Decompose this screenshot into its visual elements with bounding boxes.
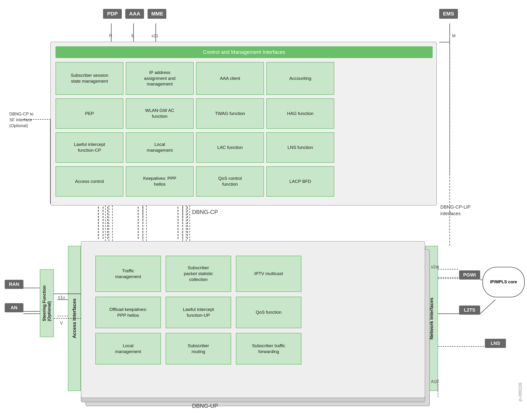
lacp-bfd-box: LACP BFD	[266, 166, 334, 197]
sub-traffic-fwd-box: Subscriber traffic forwarding	[236, 333, 301, 365]
access-control-box: Access control	[55, 166, 123, 197]
lns-fn-box: LNS function	[266, 132, 334, 163]
qos-fn-box: QoS function	[236, 297, 301, 328]
lawful-intercept-up-box: Lawful intercept function-UP	[165, 297, 231, 328]
wlan-gw-box: WLAN-GW AC function	[126, 98, 194, 129]
local-mgmt-cp-box: Local management	[126, 132, 194, 163]
pdp-box: PDP	[103, 9, 122, 19]
twag-box: TWAG function	[196, 98, 264, 129]
qos-control-box: QoS control function	[196, 166, 264, 197]
steering-function-box: Steering Function(Optional)	[40, 269, 54, 337]
mme-box: MME	[148, 9, 166, 19]
sub-routing-box: Subscriber routing	[165, 333, 231, 365]
dbng-cp-lip-label: DBNG-CP-LIPinterfaces	[440, 204, 487, 217]
sub-packet-box: Subscriber packet statistic collection	[165, 256, 231, 292]
access-interfaces-box: Access Interfaces	[68, 246, 81, 391]
hag-box: HAG function	[266, 98, 334, 129]
b-label: B	[132, 33, 134, 38]
r-label: R	[109, 33, 112, 38]
ip-mpls-cloud: IP/MPLS core	[483, 267, 525, 297]
aaa-box: AAA	[125, 9, 144, 19]
lns-box: LNS	[485, 339, 506, 348]
control-interfaces-header: Control and Management Interfaces	[55, 46, 433, 58]
jn-reference-label: jn-000226	[518, 383, 523, 401]
m-label: M	[452, 33, 456, 38]
dbng-cp-sf-label: DBNG-CP toSF interface(Optional)	[9, 111, 49, 129]
aaa-client-box: AAA client	[196, 62, 264, 95]
dbng-up-container: Traffic management Subscriber packet sta…	[81, 241, 425, 398]
a10-label: A10	[431, 379, 439, 384]
s11-label: s11	[152, 33, 158, 38]
sub-session-box: Subscriber session state management	[55, 62, 123, 95]
pep-box: PEP	[55, 98, 123, 129]
dbng-cp-container: Control and Management Interfaces Subscr…	[50, 42, 437, 205]
keepalives-box: Keepalives: PPP hellos	[126, 166, 194, 197]
svg-line-38	[480, 300, 495, 314]
accounting-box: Accounting	[266, 62, 334, 95]
ran-box: RAN	[5, 280, 23, 289]
dbng-cp-label: DBNG-CP	[192, 209, 218, 215]
s2at-label: s2at	[431, 265, 439, 269]
dbng-up-label: DBNG-UP	[192, 403, 218, 409]
main-container: PDP AAA MME R B s11 EMS M Control and Ma…	[0, 0, 527, 420]
local-mgmt-up-box: Local management	[95, 333, 161, 365]
pgwt-box: PGWt	[459, 270, 480, 280]
iptv-box: IPTV multicast	[236, 256, 301, 292]
v-label: V	[60, 321, 63, 326]
s1u-label: s1u	[58, 295, 65, 300]
an-box: AN	[5, 303, 23, 312]
lawful-intercept-cp-box: Lawful intercept function-CP	[55, 132, 123, 163]
ems-box: EMS	[439, 9, 458, 19]
l2ts-box: L2TS	[459, 305, 480, 315]
traffic-mgmt-box: Traffic management	[95, 256, 161, 292]
offload-keepalives-box: Offload keepalives: PPP hellos	[95, 297, 161, 328]
ip-address-box: IP address assignment and management	[126, 62, 194, 95]
lac-box: LAC function	[196, 132, 264, 163]
